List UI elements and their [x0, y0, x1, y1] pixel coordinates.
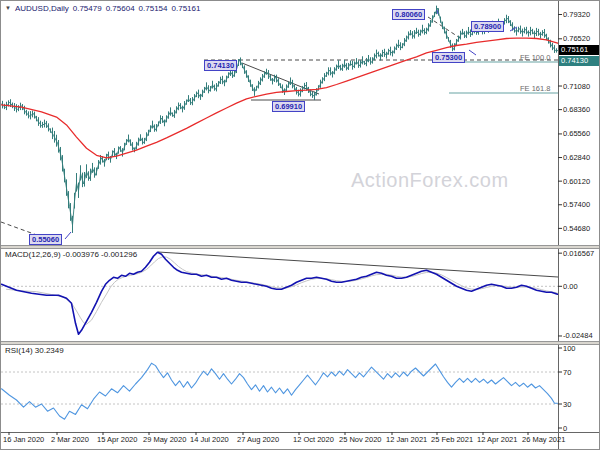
- price-axis-tick-label: 0.62840: [563, 153, 590, 162]
- macd-axis-tick-label: 0.016567: [563, 249, 594, 258]
- date-axis-label: 12 Oct 2020: [293, 435, 334, 444]
- annotation-leader-5: [65, 232, 71, 239]
- fib-expansion-label: FE 100.0: [520, 53, 550, 62]
- price-annotation-label: 0.74130: [204, 60, 237, 71]
- price-annotation-label: 0.69910: [272, 101, 305, 112]
- price-axis-tick-label: 0.71080: [563, 82, 590, 91]
- date-axis-label: 16 Jan 2020: [3, 435, 44, 444]
- price-annotation-label: 0.75300: [432, 52, 465, 63]
- price-low: 0.75154: [139, 4, 168, 13]
- date-axis-label: 29 May 2020: [143, 435, 186, 444]
- price-axis-tick-label: 0.54680: [563, 224, 590, 233]
- price-axis-tick-label: 0.79320: [563, 10, 590, 19]
- price-axis-tick-label: 0.65560: [563, 129, 590, 138]
- trendline-5: [158, 252, 558, 277]
- rsi-axis-tick-label: 100: [563, 344, 576, 353]
- price-annotation-label: 0.78900: [471, 21, 504, 32]
- current-price-axis-box: 0.75161: [559, 45, 600, 55]
- fe-level-axis-box: 0.74130: [559, 56, 600, 66]
- price-annotation-label: 0.80060: [392, 9, 425, 20]
- chart-canvas[interactable]: [1, 1, 600, 450]
- symbol-period: AUDUSD,Daily: [15, 4, 69, 13]
- date-axis-label: 12 Apr 2021: [477, 435, 517, 444]
- annotation-leader-2: [469, 50, 476, 55]
- rsi-axis-tick-label: 70: [563, 368, 571, 377]
- date-axis-label: 25 Nov 2020: [339, 435, 382, 444]
- macd-pane-label: MACD(12,26,9) -0.003976 -0.001296: [5, 250, 137, 259]
- price-axis-tick-label: 0.68360: [563, 105, 590, 114]
- chart-header: ▼AUDUSD,Daily0.754790.756040.751540.7516…: [5, 4, 204, 13]
- price-axis-tick-label: 0.57400: [563, 200, 590, 209]
- pane-splitter-rsi[interactable]: [1, 341, 600, 345]
- price-open: 0.75479: [73, 4, 102, 13]
- date-axis-label: 14 Jul 2020: [190, 435, 229, 444]
- macd-axis-tick-label: 0.00: [563, 282, 578, 291]
- rsi-pane-label: RSI(14) 30.2349: [5, 346, 64, 355]
- price-axis-tick-label: 0.76520: [563, 34, 590, 43]
- rsi-axis-tick-label: 30: [563, 400, 571, 409]
- date-axis-label: 26 May 2021: [522, 435, 565, 444]
- price-axis-tick-label: 0.60120: [563, 177, 590, 186]
- date-axis-label: 2 Mar 2020: [51, 435, 89, 444]
- annotation-leader-1: [510, 27, 517, 31]
- symbol-dropdown-icon[interactable]: ▼: [5, 5, 11, 11]
- price-close: 0.75161: [172, 4, 201, 13]
- rsi-axis-tick-label: 0: [563, 424, 567, 433]
- date-axis-label: 15 Apr 2020: [97, 435, 137, 444]
- fib-expansion-label: FE 161.8: [520, 84, 550, 93]
- date-axis-label: 27 Aug 2020: [237, 435, 279, 444]
- chart-window: ActionForex.com ▼AUDUSD,Daily0.754790.75…: [0, 0, 600, 450]
- price-path: [2, 8, 559, 225]
- price-annotation-label: 0.55060: [29, 234, 62, 245]
- date-axis-label: 25 Feb 2021: [431, 435, 473, 444]
- macd-axis-tick-label: -0.02484: [563, 331, 593, 340]
- date-axis-label: 12 Jan 2021: [386, 435, 427, 444]
- macd-line: [2, 252, 558, 334]
- price-high: 0.75604: [106, 4, 135, 13]
- pane-splitter-macd[interactable]: [1, 245, 600, 249]
- moving-average-line: [2, 38, 559, 158]
